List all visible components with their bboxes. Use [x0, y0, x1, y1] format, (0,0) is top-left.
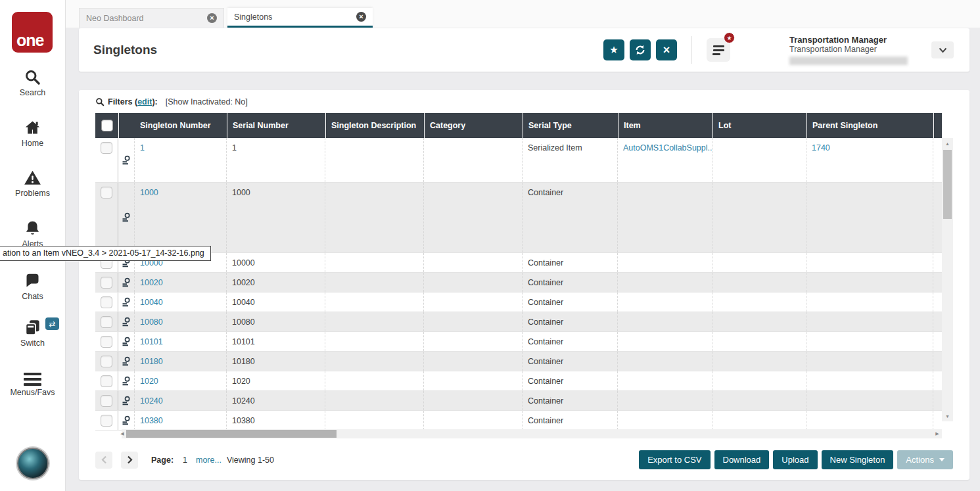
column-header[interactable]: Serial Number: [227, 113, 325, 138]
refresh-icon: [634, 44, 646, 56]
singleton-number-link[interactable]: 10240: [140, 396, 163, 406]
sidebar-item-menus-favs[interactable]: Menus/Favs: [0, 370, 65, 397]
sidebar-label: Chats: [22, 292, 43, 301]
sidebar-item-problems[interactable]: Problems: [0, 169, 65, 198]
singleton-description-cell: [325, 352, 424, 371]
singleton-details-icon[interactable]: [118, 138, 135, 182]
column-header[interactable]: Lot: [712, 113, 806, 138]
user-dropdown-button[interactable]: [931, 41, 954, 58]
home-icon: [24, 119, 41, 137]
row-checkbox[interactable]: [95, 332, 118, 351]
tab-singletons[interactable]: Singletons ×: [227, 8, 373, 28]
row-checkbox[interactable]: [95, 138, 118, 182]
row-checkbox[interactable]: [95, 391, 118, 410]
vertical-scrollbar-thumb[interactable]: [943, 150, 952, 219]
singleton-number-link[interactable]: 10080: [140, 317, 163, 327]
singleton-number-link[interactable]: 10020: [140, 278, 163, 287]
column-header[interactable]: Singleton Description: [325, 113, 424, 138]
chevron-left-icon: [101, 456, 107, 464]
singleton-number-link[interactable]: 1020: [140, 377, 158, 386]
row-checkbox[interactable]: [95, 312, 118, 331]
close-tab-icon[interactable]: ×: [207, 13, 217, 23]
close-page-button[interactable]: ×: [656, 39, 677, 60]
sidebar-item-alerts[interactable]: Alerts: [0, 220, 65, 248]
singleton-details-icon[interactable]: [118, 273, 135, 292]
row-checkbox[interactable]: [95, 411, 118, 430]
row-checkbox[interactable]: [95, 292, 118, 312]
sidebar-label: Problems: [15, 189, 50, 198]
singleton-details-icon[interactable]: [118, 292, 135, 312]
column-header[interactable]: Singleton Number: [135, 113, 227, 138]
caret-down-icon: [939, 458, 945, 461]
actions-button[interactable]: Actions: [897, 450, 953, 469]
sidebar-item-switch[interactable]: ⇄ Switch: [0, 319, 65, 348]
tab-neo-dashboard[interactable]: Neo Dashboard ×: [79, 8, 224, 28]
switch-badge-icon[interactable]: ⇄: [45, 317, 59, 330]
table-header-row: Singleton Number Serial Number Singleton…: [95, 113, 942, 138]
singleton-description-cell: [325, 183, 424, 252]
scroll-down-icon[interactable]: ▼: [942, 411, 953, 421]
one-logo[interactable]: one: [12, 12, 53, 53]
horizontal-scrollbar-thumb[interactable]: [126, 430, 337, 438]
close-tab-icon[interactable]: ×: [356, 12, 366, 22]
scroll-left-icon[interactable]: ◀: [118, 429, 127, 438]
singleton-number-link[interactable]: 10180: [140, 357, 163, 366]
row-checkbox[interactable]: [95, 352, 118, 371]
singleton-details-icon[interactable]: [118, 332, 135, 351]
previous-page-button[interactable]: [95, 452, 112, 469]
scroll-right-icon[interactable]: ▶: [933, 429, 942, 438]
singleton-number-link[interactable]: 10040: [140, 298, 163, 307]
warning-icon: [24, 169, 41, 187]
vertical-scrollbar[interactable]: ▲ ▼: [942, 138, 953, 421]
favorites-menu-button[interactable]: ★: [707, 38, 730, 62]
singleton-number-link[interactable]: 10380: [140, 416, 163, 425]
sidebar-user[interactable]: [0, 448, 65, 479]
serial-type-cell: Container: [523, 292, 618, 312]
serial-number-cell: 1000: [227, 183, 325, 252]
singleton-number-link[interactable]: 1: [140, 143, 145, 152]
download-button[interactable]: Download: [714, 450, 770, 469]
singleton-details-icon[interactable]: [118, 411, 135, 430]
favorite-button[interactable]: ★: [603, 39, 624, 60]
singleton-details-icon[interactable]: [118, 391, 135, 410]
row-checkbox[interactable]: [95, 371, 118, 390]
table-row: 10101 10101 Container: [95, 332, 942, 352]
singleton-number-link[interactable]: 10101: [140, 337, 163, 346]
sidebar-item-home[interactable]: Home: [0, 119, 65, 148]
parent-singleton-link[interactable]: 1740: [812, 143, 830, 152]
column-header[interactable]: Item: [618, 113, 712, 138]
serial-number-cell: 10101: [227, 332, 325, 351]
sidebar-label: Home: [22, 139, 43, 148]
upload-button[interactable]: Upload: [773, 450, 817, 469]
row-checkbox[interactable]: [95, 183, 118, 252]
sidebar-item-search[interactable]: Search: [0, 68, 65, 97]
singleton-number-link[interactable]: 1000: [140, 188, 158, 197]
scroll-up-icon[interactable]: ▲: [942, 138, 953, 149]
new-singleton-button[interactable]: New Singleton: [822, 450, 894, 469]
favorite-badge-icon: ★: [724, 32, 735, 43]
table-row: 10080 10080 Container: [95, 312, 942, 332]
singleton-details-icon[interactable]: [118, 371, 135, 390]
singletons-table: Singleton Number Serial Number Singleton…: [95, 113, 953, 431]
edit-filters-link[interactable]: edit: [137, 97, 152, 106]
user-info[interactable]: Transportation Manager Transportation Ma…: [789, 35, 914, 65]
more-pages-link[interactable]: more...: [196, 456, 222, 465]
sidebar-item-chats[interactable]: Chats: [0, 272, 65, 301]
lot-cell: [712, 138, 806, 182]
redacted-user-id: [789, 57, 908, 65]
serial-number-cell: 10380: [227, 411, 325, 430]
column-header[interactable]: Category: [424, 113, 523, 138]
divider: [691, 36, 692, 64]
refresh-button[interactable]: [630, 39, 651, 60]
singleton-details-icon[interactable]: [118, 352, 135, 371]
column-header[interactable]: Parent Singleton: [806, 113, 933, 138]
singleton-details-icon[interactable]: [118, 312, 135, 331]
column-header[interactable]: Serial Type: [523, 113, 618, 138]
horizontal-scrollbar[interactable]: ◀ ▶: [122, 429, 942, 438]
export-to-csv-button[interactable]: Export to CSV: [639, 450, 710, 469]
singleton-details-icon[interactable]: [118, 183, 135, 252]
item-link[interactable]: AutoOMS1CollabSuppl...: [623, 143, 712, 152]
next-page-button[interactable]: [121, 452, 138, 469]
row-checkbox[interactable]: [95, 273, 118, 292]
select-all-checkbox[interactable]: [95, 113, 118, 138]
